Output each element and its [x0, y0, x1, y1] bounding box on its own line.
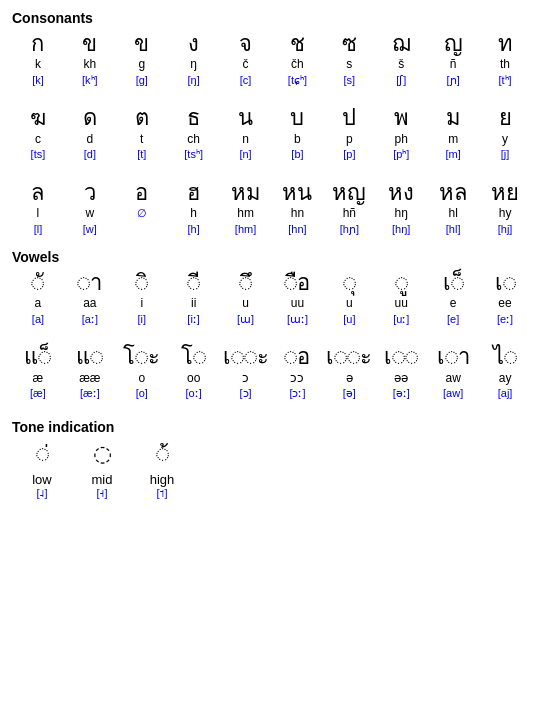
ipa-char: [tɕʰ] — [288, 73, 307, 87]
thai-char: ไ◌ — [493, 344, 517, 370]
table-row: พph[pʰ] — [375, 104, 427, 162]
table-row: หมhm[hm] — [220, 179, 272, 237]
ipa-char: [m] — [446, 147, 461, 161]
ipa-char: [uː] — [393, 312, 409, 326]
table-row: ◌ีii[iː] — [168, 269, 220, 327]
roman-char: ææ — [79, 371, 100, 387]
tone-row: ◌่low[˨]◌mid[˧]◌้high[˦] — [12, 439, 531, 500]
thai-char: ◌ึ — [239, 270, 252, 296]
thai-char: ท — [498, 31, 513, 57]
roman-char: hy — [499, 206, 512, 222]
thai-char: ญ — [444, 31, 463, 57]
thai-char: เ◌็ — [443, 270, 464, 296]
table-row: ตt[t] — [116, 104, 168, 162]
roman-char: d — [87, 132, 94, 148]
table-row: หงhŋ[hŋ] — [375, 179, 427, 237]
ipa-char: [p] — [343, 147, 355, 161]
roman-char: ch — [187, 132, 200, 148]
vowels-section: Vowels ◌ัa[a]◌าaa[aː]◌ิi[i]◌ีii[iː]◌ึu[ɯ… — [12, 249, 531, 402]
roman-char: g — [138, 57, 145, 73]
table-row: เ◌็e[e] — [427, 269, 479, 327]
roman-char: th — [500, 57, 510, 73]
ipa-char: [aw] — [443, 386, 463, 400]
ipa-char: [e] — [447, 312, 459, 326]
ipa-char: [æ] — [30, 386, 46, 400]
ipa-char: [k] — [32, 73, 44, 87]
ipa-char: [hŋ] — [392, 222, 410, 236]
thai-char: ◌ี — [187, 270, 200, 296]
roman-char: n — [242, 132, 249, 148]
table-row: แ◌ææ[æː] — [64, 343, 116, 401]
roman-char: m — [448, 132, 458, 148]
table-row: ฆc[ts] — [12, 104, 64, 162]
roman-char: ə — [346, 371, 353, 387]
roman-char: u — [242, 296, 249, 312]
roman-char: i — [140, 296, 143, 312]
ipa-char: [b] — [291, 147, 303, 161]
ipa-char: [w] — [83, 222, 97, 236]
table-row: งŋ[ŋ] — [168, 30, 220, 88]
table-row: ◌ุu[u] — [323, 269, 375, 327]
table-row: หนhn[hn] — [272, 179, 324, 237]
ipa-char: [c] — [240, 73, 252, 87]
roman-char: ŋ — [190, 57, 197, 73]
tone-section: Tone indication ◌่low[˨]◌mid[˧]◌้high[˦] — [12, 419, 531, 500]
table-row: มm[m] — [427, 104, 479, 162]
ipa-char: [i] — [137, 312, 146, 326]
thai-char: ม — [446, 105, 461, 131]
thai-char: ◌า — [77, 270, 102, 296]
thai-char: ช — [290, 31, 305, 57]
ipa-char: [ɯː] — [287, 312, 308, 326]
thai-char: จ — [239, 31, 252, 57]
thai-char: บ — [290, 105, 304, 131]
ipa-char: [iː] — [187, 312, 200, 326]
roman-char: a — [35, 296, 42, 312]
thai-char: หล — [439, 180, 467, 206]
roman-char: uu — [395, 296, 408, 312]
roman-char: h — [190, 206, 197, 222]
thai-char: ก — [31, 31, 44, 57]
roman-char: l — [37, 206, 40, 222]
ipa-char: [tʰ] — [498, 73, 511, 87]
roman-char: hn — [291, 206, 304, 222]
thai-char: ฆ — [30, 105, 46, 131]
ipa-char: [aː] — [82, 312, 98, 326]
list-item: ◌่low[˨] — [12, 439, 72, 500]
thai-char: หง — [388, 180, 414, 206]
thai-char: ล — [31, 180, 44, 206]
thai-char: หย — [491, 180, 519, 206]
roman-char: hl — [448, 206, 457, 222]
thai-char: ◌ิ — [135, 270, 148, 296]
ipa-char: [ə] — [343, 386, 356, 400]
ipa-char: [ts] — [31, 147, 46, 161]
table-row: ขg[g] — [116, 30, 168, 88]
table-row: กk[k] — [12, 30, 64, 88]
roman-char: aw — [445, 371, 460, 387]
tone-title: Tone indication — [12, 419, 531, 435]
roman-char: č — [243, 57, 249, 73]
list-item: ◌mid[˧] — [72, 439, 132, 500]
roman-char: əə — [394, 371, 408, 387]
table-row: หลhl[hl] — [427, 179, 479, 237]
table-row: โ◌oo[oː] — [168, 343, 220, 401]
tone-label: high — [150, 472, 175, 487]
vowels-row-1: ◌ัa[a]◌าaa[aː]◌ิi[i]◌ีii[iː]◌ึu[ɯ]◌ือuu[… — [12, 269, 531, 327]
table-row: ◌ือuu[ɯː] — [272, 269, 324, 327]
roman-char: b — [294, 132, 301, 148]
roman-char: e — [450, 296, 457, 312]
table-row: จč[c] — [220, 30, 272, 88]
roman-char: hm — [237, 206, 254, 222]
thai-char: ◌อ — [284, 344, 310, 370]
thai-char: หญ — [332, 180, 366, 206]
roman-char: kh — [84, 57, 97, 73]
table-row: ไ◌ay[aj] — [479, 343, 531, 401]
roman-char: hñ — [343, 206, 356, 222]
table-row: ดd[d] — [64, 104, 116, 162]
thai-char: ง — [188, 31, 199, 57]
table-row: หยhy[hj] — [479, 179, 531, 237]
table-row: ขkh[kʰ] — [64, 30, 116, 88]
thai-char: น — [238, 105, 253, 131]
thai-char: หม — [231, 180, 261, 206]
ipa-char: [æː] — [80, 386, 100, 400]
table-row: ยy[j] — [479, 104, 531, 162]
